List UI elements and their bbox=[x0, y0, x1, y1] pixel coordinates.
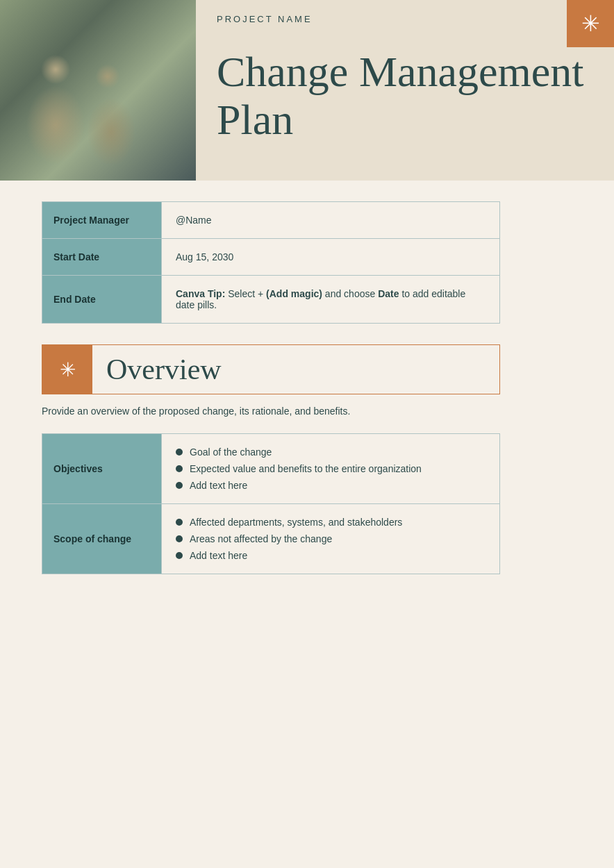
photo-background bbox=[0, 0, 196, 181]
end-date-value: Canva Tip: Select + (Add magic) and choo… bbox=[162, 276, 500, 324]
canva-tip-suffix: and choose bbox=[325, 288, 378, 299]
objectives-item-1: Goal of the change bbox=[190, 446, 272, 458]
header-title-area: ✳ PROJECT NAME Change Management Plan bbox=[196, 0, 614, 181]
list-item: Expected value and benefits to the entir… bbox=[176, 463, 486, 474]
objectives-label: Objectives bbox=[42, 434, 162, 504]
info-table: Project Manager @Name Start Date Aug 15,… bbox=[42, 201, 500, 324]
objectives-value: Goal of the change Expected value and be… bbox=[162, 434, 500, 504]
list-item: Add text here bbox=[176, 550, 486, 561]
page-content: Project Manager @Name Start Date Aug 15,… bbox=[0, 181, 614, 595]
canva-tip-content: Select + bbox=[228, 288, 266, 299]
project-name-label: PROJECT NAME bbox=[217, 14, 593, 24]
asterisk-icon: ✳ bbox=[581, 12, 600, 35]
table-row: Scope of change Affected departments, sy… bbox=[42, 504, 500, 574]
bullet-dot-icon bbox=[176, 465, 183, 472]
canva-tip-label: Canva Tip: bbox=[176, 288, 225, 299]
overview-asterisk-icon: ✳ bbox=[60, 358, 76, 381]
bullet-dot-icon bbox=[176, 482, 183, 489]
table-row: End Date Canva Tip: Select + (Add magic)… bbox=[42, 276, 500, 324]
header-photo bbox=[0, 0, 196, 181]
table-row: Project Manager @Name bbox=[42, 202, 500, 239]
end-date-label: End Date bbox=[42, 276, 162, 324]
start-date-label: Start Date bbox=[42, 239, 162, 276]
table-row: Start Date Aug 15, 2030 bbox=[42, 239, 500, 276]
table-row: Objectives Goal of the change Expected v… bbox=[42, 434, 500, 504]
bullet-dot-icon bbox=[176, 449, 183, 456]
scope-label: Scope of change bbox=[42, 504, 162, 574]
list-item: Areas not affected by the change bbox=[176, 533, 486, 544]
scope-item-1: Affected departments, systems, and stake… bbox=[190, 517, 402, 528]
objectives-table: Objectives Goal of the change Expected v… bbox=[42, 433, 500, 574]
project-manager-label: Project Manager bbox=[42, 202, 162, 239]
scope-item-3: Add text here bbox=[190, 550, 247, 561]
canva-tip-date: Date bbox=[378, 288, 399, 299]
page-header: ✳ PROJECT NAME Change Management Plan bbox=[0, 0, 614, 181]
photo-overlay bbox=[0, 0, 196, 181]
objectives-list: Goal of the change Expected value and be… bbox=[176, 446, 486, 491]
asterisk-badge: ✳ bbox=[567, 0, 614, 47]
bullet-dot-icon bbox=[176, 535, 183, 542]
overview-title: Overview bbox=[92, 353, 222, 386]
overview-header: ✳ Overview bbox=[42, 344, 500, 394]
scope-item-2: Areas not affected by the change bbox=[190, 533, 332, 544]
list-item: Goal of the change bbox=[176, 446, 486, 458]
list-item: Affected departments, systems, and stake… bbox=[176, 517, 486, 528]
overview-description: Provide an overview of the proposed chan… bbox=[42, 406, 500, 417]
start-date-value: Aug 15, 2030 bbox=[162, 239, 500, 276]
main-title: Change Management Plan bbox=[217, 24, 593, 167]
project-manager-value: @Name bbox=[162, 202, 500, 239]
canva-tip-text: Canva Tip: Select + (Add magic) and choo… bbox=[176, 288, 465, 310]
objectives-item-2: Expected value and benefits to the entir… bbox=[190, 463, 422, 474]
scope-list: Affected departments, systems, and stake… bbox=[176, 517, 486, 561]
scope-value: Affected departments, systems, and stake… bbox=[162, 504, 500, 574]
objectives-item-3: Add text here bbox=[190, 480, 247, 491]
bullet-dot-icon bbox=[176, 519, 183, 526]
canva-tip-add-magic: (Add magic) bbox=[266, 288, 322, 299]
overview-icon-box: ✳ bbox=[42, 344, 92, 394]
list-item: Add text here bbox=[176, 480, 486, 491]
bullet-dot-icon bbox=[176, 552, 183, 559]
